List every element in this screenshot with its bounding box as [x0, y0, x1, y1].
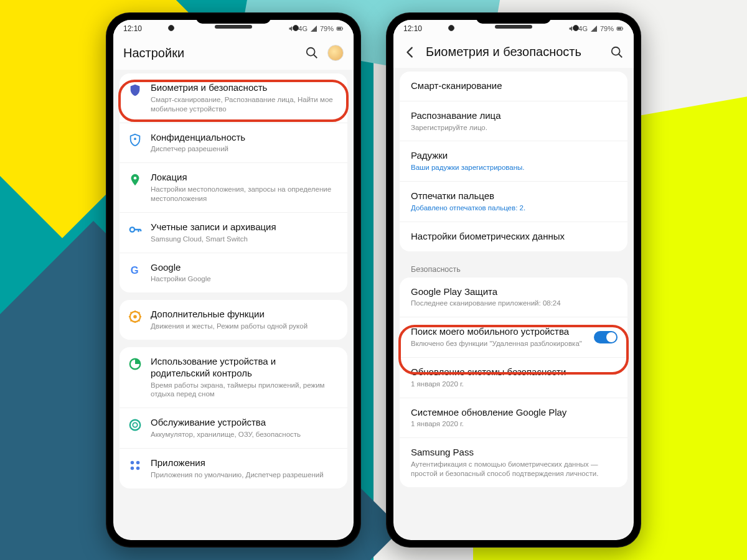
settings-row[interactable]: Поиск моего мобильного устройстваВключен… [400, 317, 627, 358]
row-title: Системное обновление Google Play [411, 407, 618, 419]
settings-row[interactable]: Учетные записи и архивацияSamsung Cloud,… [120, 213, 347, 253]
device-care-icon [128, 418, 142, 432]
row-title: Отпечатки пальцев [411, 190, 618, 202]
status-time: 12:10 [123, 24, 142, 33]
row-title: Локация [151, 172, 337, 184]
row-title: Использование устройства и родительский … [151, 356, 337, 380]
search-button[interactable] [305, 46, 319, 60]
status-time: 12:10 [403, 24, 422, 33]
row-subtitle: Аккумулятор, хранилище, ОЗУ, безопасност… [151, 430, 337, 439]
settings-row[interactable]: Использование устройства и родительский … [120, 347, 347, 408]
settings-row[interactable]: Системное обновление Google Play1 января… [400, 398, 627, 439]
wellbeing-icon [128, 357, 142, 371]
settings-row[interactable]: Отпечатки пальцевДобавлено отпечатков па… [400, 182, 627, 222]
shield-outline-icon [128, 133, 142, 147]
toggle-switch[interactable] [594, 331, 618, 343]
g-icon: G [128, 263, 142, 277]
row-title: Google Play Защита [411, 286, 618, 298]
svg-point-13 [133, 423, 137, 427]
row-title: Обновление системы безопасности [411, 366, 618, 378]
page-title: Настройки [123, 46, 296, 60]
row-title: Приложения [151, 457, 337, 469]
signal-icon [590, 25, 598, 32]
battery-icon [336, 25, 344, 32]
settings-row[interactable]: ЛокацияНастройки местоположения, запросы… [120, 163, 347, 213]
status-bar: 12:10 4G 79% [393, 20, 634, 37]
row-title: Смарт-сканирование [411, 80, 618, 92]
row-subtitle: Диспетчер разрешений [151, 144, 337, 154]
row-subtitle: Samsung Cloud, Smart Switch [151, 235, 337, 244]
search-icon [305, 46, 319, 60]
svg-point-10 [133, 315, 137, 319]
row-title: Обслуживание устройства [151, 417, 337, 429]
page-title: Биометрия и безопасность [426, 45, 601, 59]
svg-rect-20 [622, 28, 623, 29]
row-subtitle: Последнее сканирование приложений: 08:24 [411, 299, 618, 308]
key-icon [128, 223, 142, 236]
search-button[interactable] [610, 45, 624, 59]
row-title: Учетные записи и архивация [151, 222, 337, 233]
row-title: Конфиденциальность [151, 132, 337, 144]
row-title: Распознавание лица [411, 110, 618, 122]
pin-icon [128, 173, 142, 187]
settings-row[interactable]: Смарт-сканирование [400, 72, 627, 101]
row-subtitle: 1 января 2020 г. [411, 419, 618, 429]
back-button[interactable] [403, 45, 417, 59]
settings-row[interactable]: Дополнительные функцииДвижения и жесты, … [120, 300, 347, 340]
svg-point-6 [134, 177, 137, 180]
row-subtitle: Включено без функции "Удаленная разблоки… [411, 339, 594, 348]
svg-point-3 [307, 48, 315, 56]
svg-line-22 [619, 54, 622, 57]
row-subtitle: 1 января 2020 г. [411, 380, 618, 389]
search-icon [610, 45, 624, 59]
settings-row[interactable]: ПриложенияПриложения по умолчанию, Диспе… [120, 449, 347, 488]
signal-icon [310, 25, 317, 32]
row-subtitle: Приложения по умолчанию, Диспетчер разре… [151, 470, 337, 480]
svg-rect-1 [337, 28, 341, 30]
svg-point-16 [131, 467, 134, 470]
avatar[interactable] [327, 45, 344, 61]
svg-text:G: G [131, 264, 139, 275]
section-header: Безопасность [400, 259, 627, 278]
settings-row[interactable]: Распознавание лицаЗарегистрируйте лицо. [400, 101, 627, 142]
svg-rect-19 [618, 28, 621, 30]
svg-rect-2 [342, 28, 343, 29]
svg-point-21 [612, 47, 620, 55]
settings-row[interactable]: Обслуживание устройстваАккумулятор, хран… [120, 408, 347, 449]
status-bar: 12:10 4G 79% [113, 20, 354, 37]
apps-icon [128, 459, 142, 472]
settings-row[interactable]: Samsung PassАутентификация с помощью био… [400, 438, 627, 487]
settings-row[interactable]: Обновление системы безопасности1 января … [400, 358, 627, 398]
row-title: Биометрия и безопасность [151, 82, 337, 94]
row-title: Радужки [411, 150, 618, 162]
svg-point-15 [136, 461, 140, 465]
row-subtitle: Добавлено отпечатков пальцев: 2. [411, 203, 618, 213]
svg-point-14 [131, 461, 134, 465]
svg-line-4 [314, 55, 317, 58]
row-title: Дополнительные функции [151, 309, 337, 320]
row-title: Настройки биометрических данных [411, 231, 618, 243]
phone-left: 12:10 4G 79% Настройки Биометрия и безоп… [106, 12, 361, 548]
battery-icon [616, 25, 624, 32]
gear-badge-icon [128, 310, 142, 324]
svg-point-17 [136, 467, 140, 470]
row-subtitle: Движения и жесты, Режим работы одной рук… [151, 322, 337, 331]
header: Настройки [113, 37, 354, 70]
shield-filled-icon [128, 83, 142, 97]
settings-row[interactable]: GGoogleНастройки Google [120, 253, 347, 293]
settings-row[interactable]: Настройки биометрических данных [400, 222, 627, 251]
row-subtitle: Зарегистрируйте лицо. [411, 123, 618, 133]
svg-point-12 [130, 420, 141, 431]
row-subtitle: Время работы экрана, таймеры приложений,… [151, 381, 337, 399]
settings-row[interactable]: Биометрия и безопасностьСмарт-сканирован… [120, 73, 347, 123]
row-subtitle: Настройки местоположения, запросы на опр… [151, 185, 337, 203]
row-subtitle: Ваши радужки зарегистрированы. [411, 163, 618, 172]
row-subtitle: Аутентификация с помощью биометрических … [411, 460, 618, 478]
svg-point-7 [130, 227, 134, 231]
settings-row[interactable]: Google Play ЗащитаПоследнее сканирование… [400, 278, 627, 318]
row-subtitle: Смарт-сканирование, Распознавание лица, … [151, 95, 337, 114]
settings-row[interactable]: КонфиденциальностьДиспетчер разрешений [120, 123, 347, 164]
row-subtitle: Настройки Google [151, 274, 337, 284]
row-title: Поиск моего мобильного устройства [411, 326, 594, 338]
settings-row[interactable]: РадужкиВаши радужки зарегистрированы. [400, 141, 627, 182]
